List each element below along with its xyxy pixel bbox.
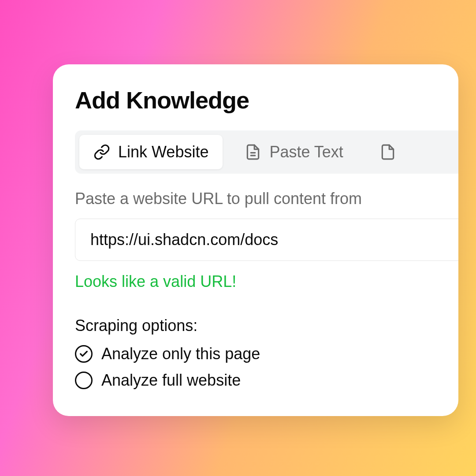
page-title: Add Knowledge — [75, 86, 458, 114]
radio-unchecked-icon — [75, 372, 93, 389]
scraping-options-label: Scraping options: — [75, 316, 458, 335]
tab-file[interactable] — [365, 136, 410, 168]
tab-link-website[interactable]: Link Website — [79, 135, 223, 169]
add-knowledge-card: Add Knowledge Link Website Paste Text — [53, 64, 458, 416]
radio-label-full-website: Analyze full website — [101, 371, 241, 390]
radio-option-only-page[interactable]: Analyze only this page — [75, 345, 458, 363]
helper-text: Paste a website URL to pull content from — [75, 190, 458, 208]
link-icon — [93, 144, 110, 160]
file-icon — [379, 144, 396, 160]
tab-paste-text-label: Paste Text — [269, 143, 343, 161]
tab-link-website-label: Link Website — [118, 143, 208, 161]
radio-option-full-website[interactable]: Analyze full website — [75, 371, 458, 390]
radio-label-only-page: Analyze only this page — [101, 345, 260, 363]
radio-checked-icon — [75, 345, 93, 363]
document-text-icon — [245, 144, 261, 160]
tabs-container: Link Website Paste Text — [75, 130, 458, 174]
validation-message: Looks like a valid URL! — [75, 272, 458, 291]
url-input[interactable] — [75, 219, 458, 261]
radio-group-scraping: Analyze only this page Analyze full webs… — [75, 345, 458, 390]
tab-paste-text[interactable]: Paste Text — [231, 135, 357, 169]
